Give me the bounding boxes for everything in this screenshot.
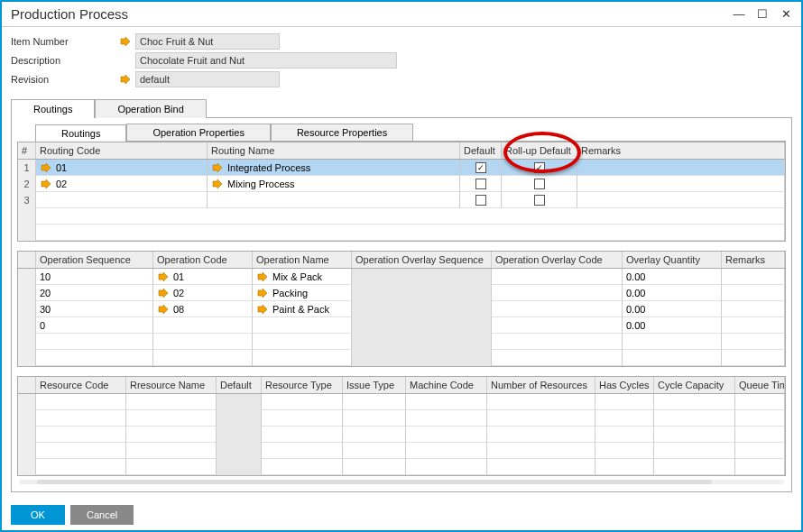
arrow-icon[interactable] bbox=[256, 287, 269, 299]
arrow-icon[interactable] bbox=[40, 178, 52, 190]
op-seq-cell[interactable]: 10 bbox=[36, 269, 153, 285]
arrow-icon[interactable] bbox=[157, 271, 170, 283]
arrow-icon[interactable] bbox=[157, 287, 170, 299]
item-number-field[interactable]: Choc Fruit & Nut bbox=[135, 33, 280, 50]
arrow-icon[interactable] bbox=[119, 73, 132, 86]
op-name-cell[interactable]: Packing bbox=[253, 285, 352, 301]
remarks-cell[interactable] bbox=[577, 176, 785, 192]
col-num-resources: Number of Resources bbox=[487, 377, 595, 393]
col-res-default: Default bbox=[217, 377, 262, 393]
op-remarks-cell[interactable] bbox=[722, 269, 785, 285]
ok-button[interactable]: OK bbox=[11, 505, 65, 525]
col-res-name: Rresource Name bbox=[126, 377, 217, 393]
subtab-routings[interactable]: Routings bbox=[35, 124, 126, 142]
operation-row[interactable]: 3008Paint & Pack0.00 bbox=[18, 301, 785, 317]
tab-routings[interactable]: Routings bbox=[11, 99, 95, 118]
overlay-seq-cell[interactable] bbox=[352, 301, 492, 317]
horizontal-scrollbar[interactable] bbox=[19, 480, 784, 484]
routing-name-cell[interactable] bbox=[208, 192, 460, 208]
subtab-operation-properties[interactable]: Operation Properties bbox=[126, 124, 271, 141]
col-machine-code: Machine Code bbox=[406, 377, 487, 393]
routings-row-empty[interactable] bbox=[18, 208, 785, 225]
overlay-qty-cell[interactable]: 0.00 bbox=[623, 269, 722, 285]
routing-code-cell[interactable]: 02 bbox=[36, 176, 208, 192]
operation-row[interactable]: 1001Mix & Pack0.00 bbox=[18, 269, 785, 285]
op-remarks-cell[interactable] bbox=[722, 301, 785, 317]
op-remarks-cell[interactable] bbox=[722, 317, 785, 334]
op-code-cell[interactable]: 01 bbox=[153, 269, 253, 285]
minimize-icon[interactable]: — bbox=[729, 6, 749, 23]
routings-row[interactable]: 101Integrated Process✓✓ bbox=[18, 160, 785, 176]
col-res-code: Resource Code bbox=[36, 377, 126, 393]
row-number: 2 bbox=[18, 176, 36, 192]
maximize-icon[interactable]: ☐ bbox=[752, 6, 772, 23]
op-code-cell[interactable]: 08 bbox=[153, 301, 253, 317]
arrow-icon[interactable] bbox=[119, 35, 132, 48]
close-icon[interactable]: ✕ bbox=[776, 6, 796, 23]
overlay-seq-cell[interactable] bbox=[352, 269, 492, 285]
routing-name-cell[interactable]: Integrated Process bbox=[208, 160, 460, 176]
rollup-check[interactable] bbox=[502, 192, 577, 208]
overlay-qty-cell[interactable]: 0.00 bbox=[623, 285, 722, 301]
default-check[interactable] bbox=[460, 192, 502, 208]
resource-row-empty[interactable] bbox=[18, 410, 785, 427]
arrow-icon[interactable] bbox=[256, 303, 269, 316]
arrow-icon[interactable] bbox=[211, 178, 224, 190]
overlay-qty-cell[interactable]: 0.00 bbox=[623, 301, 722, 317]
resource-row-empty[interactable] bbox=[18, 427, 785, 443]
col-op-remarks: Remarks bbox=[722, 252, 785, 268]
tab-operation-bind[interactable]: Operation Bind bbox=[95, 99, 206, 118]
arrow-icon[interactable] bbox=[40, 161, 52, 174]
overlay-code-cell[interactable] bbox=[492, 269, 623, 285]
routings-row[interactable]: 3 bbox=[18, 192, 785, 208]
default-check[interactable]: ✓ bbox=[460, 160, 502, 176]
overlay-code-cell[interactable] bbox=[492, 301, 623, 317]
col-issue-type: Issue Type bbox=[343, 377, 406, 393]
col-op-seq: Operation Sequence bbox=[36, 252, 153, 268]
operation-row[interactable]: 00.00 bbox=[18, 317, 785, 334]
operation-row-empty[interactable] bbox=[18, 350, 785, 366]
op-remarks-cell[interactable] bbox=[722, 285, 785, 301]
remarks-cell[interactable] bbox=[577, 192, 785, 208]
resource-row-empty[interactable] bbox=[18, 443, 785, 459]
arrow-icon[interactable] bbox=[211, 161, 224, 174]
overlay-code-cell[interactable] bbox=[492, 317, 623, 334]
op-name-cell[interactable]: Mix & Pack bbox=[253, 269, 352, 285]
revision-field[interactable]: default bbox=[135, 71, 280, 87]
routings-row[interactable]: 202Mixing Process bbox=[18, 176, 785, 192]
op-name-cell[interactable]: Paint & Pack bbox=[253, 301, 352, 317]
col-routing-code: Routing Code bbox=[36, 142, 208, 159]
cancel-button[interactable]: Cancel bbox=[70, 505, 134, 525]
op-seq-cell[interactable]: 30 bbox=[36, 301, 153, 317]
revision-label: Revision bbox=[11, 74, 119, 85]
operation-row[interactable]: 2002Packing0.00 bbox=[18, 285, 785, 301]
op-name-cell[interactable] bbox=[253, 317, 352, 334]
routing-name-cell[interactable]: Mixing Process bbox=[208, 176, 460, 192]
resource-row-empty[interactable] bbox=[18, 394, 785, 410]
routings-row-empty[interactable] bbox=[18, 225, 785, 241]
overlay-seq-cell[interactable] bbox=[352, 285, 492, 301]
resource-row-empty[interactable] bbox=[18, 459, 785, 475]
rollup-check[interactable]: ✓ bbox=[502, 160, 577, 176]
routing-code-cell[interactable]: 01 bbox=[36, 160, 208, 176]
op-seq-cell[interactable]: 0 bbox=[36, 317, 153, 334]
arrow-icon[interactable] bbox=[157, 303, 170, 316]
col-op-name: Operation Name bbox=[253, 252, 352, 268]
routings-grid: # Routing Code Routing Name Default Roll… bbox=[17, 142, 786, 242]
subtab-resource-properties[interactable]: Resource Properties bbox=[271, 124, 413, 141]
op-code-cell[interactable] bbox=[153, 317, 253, 334]
operation-row-empty[interactable] bbox=[18, 334, 785, 350]
op-seq-cell[interactable]: 20 bbox=[36, 285, 153, 301]
remarks-cell[interactable] bbox=[577, 160, 785, 176]
row-number: 3 bbox=[18, 192, 36, 208]
overlay-code-cell[interactable] bbox=[492, 285, 623, 301]
rollup-check[interactable] bbox=[502, 176, 577, 192]
op-code-cell[interactable]: 02 bbox=[153, 285, 253, 301]
routing-code-cell[interactable] bbox=[36, 192, 208, 208]
overlay-seq-cell[interactable] bbox=[352, 317, 492, 334]
overlay-qty-cell[interactable]: 0.00 bbox=[623, 317, 722, 334]
arrow-icon[interactable] bbox=[256, 271, 269, 283]
col-op-code: Operation Code bbox=[153, 252, 253, 268]
description-field[interactable]: Chocolate Fruit and Nut bbox=[135, 52, 397, 69]
default-check[interactable] bbox=[460, 176, 502, 192]
